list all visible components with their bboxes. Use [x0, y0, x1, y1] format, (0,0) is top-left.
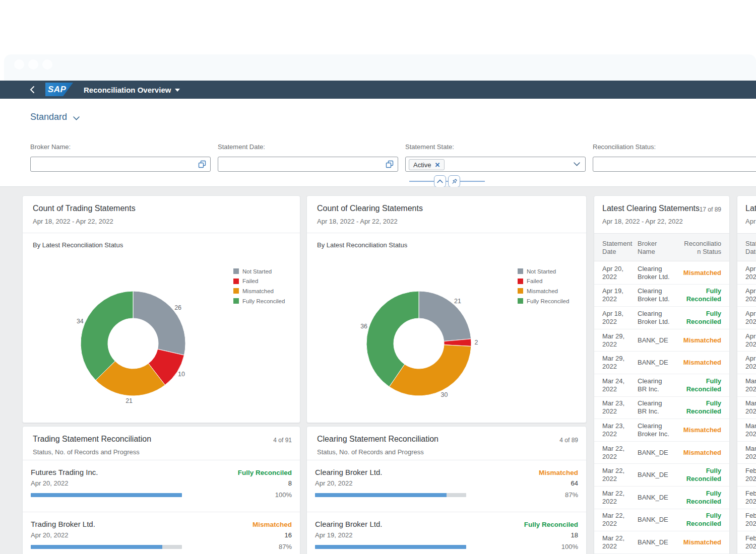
table-row[interactable]: Mar 22,2022BANK_DEFully Reconciled — [594, 509, 729, 532]
table-row[interactable]: Apr202 — [737, 307, 756, 329]
reconciliation-list-item[interactable]: Futures Trading Inc.Fully ReconciledApr … — [23, 460, 300, 512]
reconciliation-list-item[interactable]: Clearing Broker Ltd.MismatchedApr 20, 20… — [307, 460, 586, 512]
chart-legend: Not StartedFailedMismatchedFully Reconci… — [518, 266, 569, 306]
table-row[interactable]: Feb202 — [737, 464, 756, 487]
progress-percent: 87% — [279, 543, 292, 550]
donut-slice-not-started[interactable] — [133, 291, 185, 355]
broker-name-input[interactable] — [30, 157, 211, 172]
app-title-menu[interactable]: Reconciliation Overview — [84, 81, 180, 99]
screen: SAP Reconciliation Overview Standard Bro… — [0, 0, 756, 554]
table-row[interactable]: Apr 20,2022Clearing Broker Ltd.Mismatche… — [594, 262, 729, 285]
table-row[interactable]: Apr202 — [737, 352, 756, 374]
table-row[interactable]: Feb202 — [737, 487, 756, 509]
reconciliation-list-item[interactable]: Trading Broker Ltd.MismatchedApr 20, 202… — [23, 512, 300, 554]
table-row[interactable]: Mar 23,2022Clearing Broker Inc.Mismatche… — [594, 419, 729, 442]
donut-slice-fully-reconciled[interactable] — [81, 291, 133, 380]
status-badge: Fully Reconciled — [524, 521, 578, 528]
table-row[interactable]: Apr 18,2022Clearing Broker Ltd.Fully Rec… — [594, 307, 729, 329]
statement-date-cell: Apr 19,2022 — [602, 287, 638, 303]
reconciliation-status-input[interactable] — [593, 157, 756, 172]
table-row[interactable]: Mar202 — [737, 374, 756, 397]
progress-percent: 87% — [565, 491, 578, 499]
card-header: Count of Clearing Statements Apr 18, 202… — [307, 196, 586, 233]
broker-name: Clearing Broker Ltd. — [315, 520, 382, 528]
donut-value-label: 36 — [360, 323, 367, 330]
broker-name-cell: BANK_DE — [638, 471, 675, 479]
card-title: Trading Statement Reconciliation — [33, 435, 151, 444]
value-help-icon[interactable] — [198, 160, 206, 168]
donut-value-label: 30 — [441, 391, 448, 398]
statement-date-cell: Mar 29,2022 — [602, 355, 638, 371]
statement-date-cell: Mar202 — [745, 399, 756, 416]
table-row[interactable]: Mar202 — [737, 419, 756, 442]
table-row[interactable]: Feb202 — [737, 509, 756, 532]
status-badge: Fully Reconciled — [238, 469, 292, 476]
table-body: Apr 20,2022Clearing Broker Ltd.Mismatche… — [594, 262, 729, 554]
card-subtitle: Apr 18, 2022 - Apr 22, 2022 — [602, 218, 683, 225]
statement-date-cell: Apr 18,2022 — [602, 310, 638, 326]
statement-date-cell: Apr202 — [745, 310, 756, 326]
browser-chrome — [4, 54, 756, 81]
table-row[interactable]: Mar202 — [737, 397, 756, 420]
filter-statement-date: Statement Date: — [218, 144, 398, 174]
filter-collapse-button[interactable] — [434, 175, 446, 187]
token-remove-icon[interactable]: ✕ — [434, 161, 440, 169]
statement-date-cell: Mar 22,2022 — [602, 445, 638, 461]
statement-date-cell: Mar202 — [745, 377, 756, 393]
progress-bar-fill — [315, 545, 466, 549]
card-subtitle: Apr — [745, 218, 755, 225]
card-count: 4 of 89 — [559, 437, 578, 444]
table-row[interactable]: Feb202 — [737, 531, 756, 554]
table-row[interactable]: Apr202 — [737, 285, 756, 307]
token-label: Active — [413, 161, 431, 169]
progress-bar-fill — [31, 493, 182, 497]
legend-item: Fully Reconciled — [233, 296, 285, 306]
donut-value-label: 21 — [125, 397, 133, 404]
table-header: StatementDateBrokerNameReconciliation St… — [594, 233, 729, 261]
filter-pin-button[interactable] — [448, 175, 460, 187]
table-row[interactable]: Mar 24,2022Clearing BR Inc.Fully Reconci… — [594, 374, 729, 397]
statement-date: Apr 20, 2022 — [31, 479, 68, 487]
statement-date-cell: Feb202 — [745, 490, 756, 506]
broker-name: Clearing Broker Ltd. — [315, 468, 382, 476]
statement-date: Apr 20, 2022 — [315, 479, 352, 487]
app-title: Reconciliation Overview — [84, 86, 171, 94]
statement-state-select[interactable]: Active ✕ — [405, 157, 586, 172]
statement-date-input[interactable] — [218, 157, 398, 172]
statement-date-cell: Feb202 — [745, 534, 756, 550]
reconciliation-list: Futures Trading Inc.Fully ReconciledApr … — [23, 460, 300, 554]
reconciliation-status-cell: Fully Reconciled — [675, 512, 721, 528]
variant-selector[interactable]: Standard — [30, 112, 80, 122]
table-row[interactable]: Mar 23,2022Clearing BR Inc.Fully Reconci… — [594, 397, 729, 420]
donut-slice-not-started[interactable] — [419, 291, 471, 341]
table-row[interactable]: Apr202 — [737, 329, 756, 352]
legend-label: Not Started — [242, 268, 272, 274]
pin-icon — [451, 178, 458, 185]
statement-date-cell: Mar 23,2022 — [602, 399, 638, 416]
table-row[interactable]: Mar202 — [737, 442, 756, 464]
progress-percent: 100% — [275, 491, 292, 499]
table-row[interactable]: Apr202 — [737, 262, 756, 285]
chevron-down-icon[interactable] — [574, 162, 580, 166]
back-button[interactable] — [27, 85, 37, 95]
statement-date-cell: Apr202 — [745, 355, 756, 371]
table-row[interactable]: Mar 22,2022BANK_DEMismatched — [594, 531, 729, 554]
donut-slice-mismatched[interactable] — [389, 345, 471, 396]
filter-token-active[interactable]: Active ✕ — [409, 159, 445, 170]
table-row[interactable]: Mar 22,2022BANK_DEFully Reconciled — [594, 464, 729, 487]
legend-swatch — [518, 298, 523, 304]
table-row[interactable]: Apr 19,2022Clearing Broker Ltd.Fully Rec… — [594, 285, 729, 307]
table-row[interactable]: Mar 22,2022BANK_DEMismatched — [594, 442, 729, 464]
card-header: Trading Statement Reconciliation 4 of 91… — [23, 427, 300, 459]
table-row[interactable]: Mar 22,2022BANK_DEFully Reconciled — [594, 487, 729, 509]
card-subtitle: Apr 18, 2022 - Apr 22, 2022 — [317, 218, 398, 225]
progress-percent: 100% — [561, 543, 578, 550]
table-row[interactable]: Mar 29,2022BANK_DEMismatched — [594, 329, 729, 352]
table-row[interactable]: Mar 29,2022BANK_DEMismatched — [594, 352, 729, 374]
broker-name-cell: Clearing BR Inc. — [638, 399, 675, 416]
card-subtitle: Status, No. of Records and Progress — [317, 448, 424, 456]
reconciliation-list: Clearing Broker Ltd.MismatchedApr 20, 20… — [307, 460, 586, 554]
value-help-icon[interactable] — [386, 160, 394, 168]
legend-item: Failed — [518, 276, 569, 287]
reconciliation-list-item[interactable]: Clearing Broker Ltd.Fully ReconciledApr … — [307, 512, 586, 554]
